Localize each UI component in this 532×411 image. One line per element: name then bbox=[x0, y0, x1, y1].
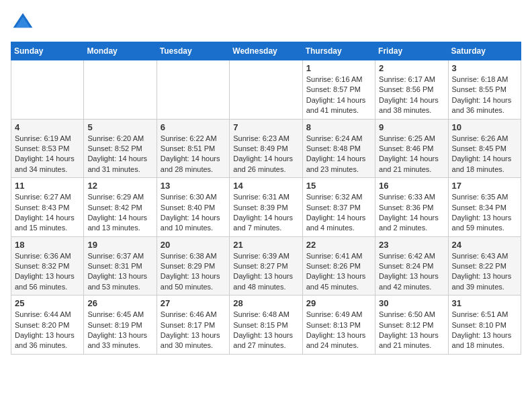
day-info: Sunrise: 6:48 AM Sunset: 8:15 PM Dayligh… bbox=[233, 310, 298, 351]
day-header-tuesday: Tuesday bbox=[157, 42, 229, 60]
calendar-cell: 25Sunrise: 6:44 AM Sunset: 8:20 PM Dayli… bbox=[11, 295, 84, 355]
day-info: Sunrise: 6:19 AM Sunset: 8:53 PM Dayligh… bbox=[15, 134, 80, 175]
day-number: 31 bbox=[452, 298, 517, 308]
day-header-sunday: Sunday bbox=[11, 42, 84, 60]
calendar-week: 18Sunrise: 6:36 AM Sunset: 8:32 PM Dayli… bbox=[11, 236, 521, 295]
day-info: Sunrise: 6:26 AM Sunset: 8:45 PM Dayligh… bbox=[452, 134, 517, 175]
calendar-cell: 10Sunrise: 6:26 AM Sunset: 8:45 PM Dayli… bbox=[448, 119, 521, 178]
day-info: Sunrise: 6:32 AM Sunset: 8:37 PM Dayligh… bbox=[306, 192, 371, 234]
calendar-cell: 27Sunrise: 6:46 AM Sunset: 8:17 PM Dayli… bbox=[157, 295, 229, 355]
day-info: Sunrise: 6:51 AM Sunset: 8:10 PM Dayligh… bbox=[452, 310, 517, 351]
calendar-week: 25Sunrise: 6:44 AM Sunset: 8:20 PM Dayli… bbox=[11, 295, 521, 355]
calendar-cell: 28Sunrise: 6:48 AM Sunset: 8:15 PM Dayli… bbox=[230, 295, 302, 355]
day-info: Sunrise: 6:16 AM Sunset: 8:57 PM Dayligh… bbox=[306, 75, 371, 116]
day-number: 12 bbox=[87, 181, 152, 191]
day-number: 27 bbox=[161, 298, 226, 308]
day-info: Sunrise: 6:33 AM Sunset: 8:36 PM Dayligh… bbox=[379, 192, 444, 234]
page-header bbox=[11, 11, 521, 35]
day-info: Sunrise: 6:27 AM Sunset: 8:43 PM Dayligh… bbox=[15, 192, 80, 234]
day-info: Sunrise: 6:44 AM Sunset: 8:20 PM Dayligh… bbox=[15, 310, 80, 351]
day-number: 26 bbox=[87, 298, 152, 308]
calendar-cell bbox=[11, 60, 84, 120]
calendar-cell bbox=[84, 60, 157, 120]
calendar-cell: 13Sunrise: 6:30 AM Sunset: 8:40 PM Dayli… bbox=[157, 178, 229, 237]
day-number: 29 bbox=[306, 298, 371, 308]
calendar-cell: 30Sunrise: 6:50 AM Sunset: 8:12 PM Dayli… bbox=[375, 295, 448, 355]
calendar-cell: 11Sunrise: 6:27 AM Sunset: 8:43 PM Dayli… bbox=[11, 178, 84, 237]
day-info: Sunrise: 6:41 AM Sunset: 8:26 PM Dayligh… bbox=[306, 251, 371, 293]
day-number: 10 bbox=[452, 122, 517, 132]
day-info: Sunrise: 6:42 AM Sunset: 8:24 PM Dayligh… bbox=[379, 251, 444, 293]
day-info: Sunrise: 6:45 AM Sunset: 8:19 PM Dayligh… bbox=[87, 310, 152, 351]
day-header-wednesday: Wednesday bbox=[230, 42, 302, 60]
calendar-cell: 19Sunrise: 6:37 AM Sunset: 8:31 PM Dayli… bbox=[84, 236, 157, 295]
calendar-header: SundayMondayTuesdayWednesdayThursdayFrid… bbox=[11, 42, 521, 60]
day-info: Sunrise: 6:50 AM Sunset: 8:12 PM Dayligh… bbox=[379, 310, 444, 351]
calendar-cell: 15Sunrise: 6:32 AM Sunset: 8:37 PM Dayli… bbox=[302, 178, 375, 237]
calendar-week: 4Sunrise: 6:19 AM Sunset: 8:53 PM Daylig… bbox=[11, 119, 521, 178]
day-header-monday: Monday bbox=[84, 42, 157, 60]
day-info: Sunrise: 6:23 AM Sunset: 8:49 PM Dayligh… bbox=[233, 134, 298, 175]
day-header-saturday: Saturday bbox=[448, 42, 521, 60]
day-number: 24 bbox=[452, 240, 517, 250]
day-number: 2 bbox=[379, 63, 444, 73]
day-number: 23 bbox=[379, 240, 444, 250]
day-number: 15 bbox=[306, 181, 371, 191]
calendar-cell: 2Sunrise: 6:17 AM Sunset: 8:56 PM Daylig… bbox=[375, 60, 448, 120]
calendar-cell: 14Sunrise: 6:31 AM Sunset: 8:39 PM Dayli… bbox=[230, 178, 302, 237]
logo-icon bbox=[11, 11, 35, 35]
day-number: 8 bbox=[306, 122, 371, 132]
day-number: 16 bbox=[379, 181, 444, 191]
day-number: 4 bbox=[15, 122, 80, 132]
calendar-cell bbox=[230, 60, 302, 120]
calendar-cell: 23Sunrise: 6:42 AM Sunset: 8:24 PM Dayli… bbox=[375, 236, 448, 295]
day-info: Sunrise: 6:22 AM Sunset: 8:51 PM Dayligh… bbox=[161, 134, 226, 175]
calendar-cell: 16Sunrise: 6:33 AM Sunset: 8:36 PM Dayli… bbox=[375, 178, 448, 237]
day-info: Sunrise: 6:20 AM Sunset: 8:52 PM Dayligh… bbox=[87, 134, 152, 175]
day-info: Sunrise: 6:24 AM Sunset: 8:48 PM Dayligh… bbox=[306, 134, 371, 175]
calendar-cell: 26Sunrise: 6:45 AM Sunset: 8:19 PM Dayli… bbox=[84, 295, 157, 355]
day-number: 6 bbox=[161, 122, 226, 132]
day-number: 28 bbox=[233, 298, 298, 308]
calendar-cell: 21Sunrise: 6:39 AM Sunset: 8:27 PM Dayli… bbox=[230, 236, 302, 295]
day-header-friday: Friday bbox=[375, 42, 448, 60]
calendar-cell: 1Sunrise: 6:16 AM Sunset: 8:57 PM Daylig… bbox=[302, 60, 375, 120]
day-info: Sunrise: 6:46 AM Sunset: 8:17 PM Dayligh… bbox=[161, 310, 226, 351]
calendar-cell: 5Sunrise: 6:20 AM Sunset: 8:52 PM Daylig… bbox=[84, 119, 157, 178]
calendar-cell: 3Sunrise: 6:18 AM Sunset: 8:55 PM Daylig… bbox=[448, 60, 521, 120]
calendar-body: 1Sunrise: 6:16 AM Sunset: 8:57 PM Daylig… bbox=[11, 60, 521, 355]
day-info: Sunrise: 6:37 AM Sunset: 8:31 PM Dayligh… bbox=[87, 251, 152, 293]
calendar-cell: 18Sunrise: 6:36 AM Sunset: 8:32 PM Dayli… bbox=[11, 236, 84, 295]
day-number: 1 bbox=[306, 63, 371, 73]
day-number: 7 bbox=[233, 122, 298, 132]
day-info: Sunrise: 6:39 AM Sunset: 8:27 PM Dayligh… bbox=[233, 251, 298, 293]
day-header-thursday: Thursday bbox=[302, 42, 375, 60]
day-number: 9 bbox=[379, 122, 444, 132]
calendar-table: SundayMondayTuesdayWednesdayThursdayFrid… bbox=[11, 42, 521, 355]
calendar-cell: 22Sunrise: 6:41 AM Sunset: 8:26 PM Dayli… bbox=[302, 236, 375, 295]
day-info: Sunrise: 6:36 AM Sunset: 8:32 PM Dayligh… bbox=[15, 251, 80, 293]
day-info: Sunrise: 6:43 AM Sunset: 8:22 PM Dayligh… bbox=[452, 251, 517, 293]
calendar-week: 1Sunrise: 6:16 AM Sunset: 8:57 PM Daylig… bbox=[11, 60, 521, 120]
logo bbox=[11, 11, 38, 35]
day-info: Sunrise: 6:18 AM Sunset: 8:55 PM Dayligh… bbox=[452, 75, 517, 116]
calendar-cell: 20Sunrise: 6:38 AM Sunset: 8:29 PM Dayli… bbox=[157, 236, 229, 295]
day-info: Sunrise: 6:29 AM Sunset: 8:42 PM Dayligh… bbox=[87, 192, 152, 234]
calendar-cell: 6Sunrise: 6:22 AM Sunset: 8:51 PM Daylig… bbox=[157, 119, 229, 178]
day-number: 17 bbox=[452, 181, 517, 191]
calendar-week: 11Sunrise: 6:27 AM Sunset: 8:43 PM Dayli… bbox=[11, 178, 521, 237]
calendar-cell: 8Sunrise: 6:24 AM Sunset: 8:48 PM Daylig… bbox=[302, 119, 375, 178]
calendar-cell: 29Sunrise: 6:49 AM Sunset: 8:13 PM Dayli… bbox=[302, 295, 375, 355]
day-number: 14 bbox=[233, 181, 298, 191]
header-row: SundayMondayTuesdayWednesdayThursdayFrid… bbox=[11, 42, 521, 60]
calendar-cell: 7Sunrise: 6:23 AM Sunset: 8:49 PM Daylig… bbox=[230, 119, 302, 178]
day-info: Sunrise: 6:35 AM Sunset: 8:34 PM Dayligh… bbox=[452, 192, 517, 234]
day-info: Sunrise: 6:25 AM Sunset: 8:46 PM Dayligh… bbox=[379, 134, 444, 175]
calendar-cell bbox=[157, 60, 229, 120]
day-info: Sunrise: 6:49 AM Sunset: 8:13 PM Dayligh… bbox=[306, 310, 371, 351]
day-number: 30 bbox=[379, 298, 444, 308]
day-number: 19 bbox=[87, 240, 152, 250]
day-number: 21 bbox=[233, 240, 298, 250]
calendar-cell: 24Sunrise: 6:43 AM Sunset: 8:22 PM Dayli… bbox=[448, 236, 521, 295]
day-number: 5 bbox=[87, 122, 152, 132]
